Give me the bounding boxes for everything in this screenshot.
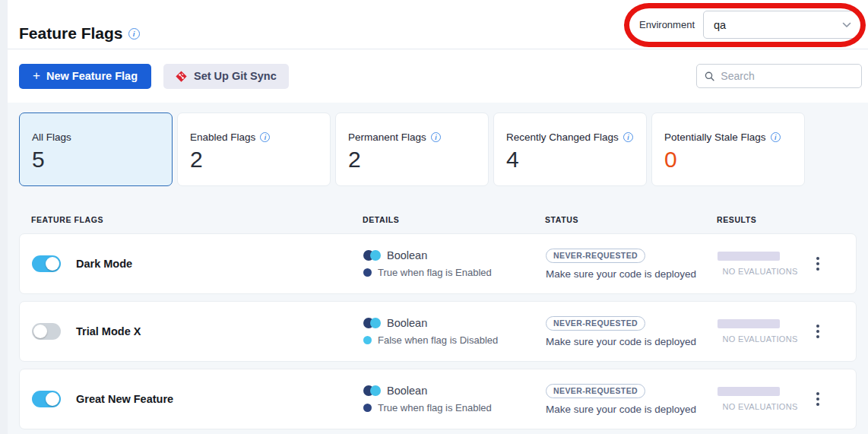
flag-cell: Great New Feature <box>32 391 363 407</box>
default-value-label: False when flag is Disabled <box>378 334 498 346</box>
stat-label: Recently Changed Flags i <box>506 131 634 143</box>
kebab-menu-icon[interactable] <box>813 322 822 341</box>
stat-value: 2 <box>190 147 318 173</box>
status-text: Make sure your code is deployed <box>546 404 696 415</box>
evaluations-bar <box>718 252 780 261</box>
toolbar: + New Feature Flag Set Up Git Sync <box>8 49 868 103</box>
toggle-knob <box>46 392 59 406</box>
boolean-type-icon <box>363 250 380 261</box>
info-icon[interactable]: i <box>431 132 441 142</box>
results-cell: NO EVALUATIONS <box>718 252 803 276</box>
status-text: Make sure your code is deployed <box>546 336 696 347</box>
stat-card-all-flags[interactable]: All Flags 5 <box>19 112 173 186</box>
setup-git-sync-button[interactable]: Set Up Git Sync <box>163 64 289 89</box>
plus-icon: + <box>33 68 40 84</box>
stat-card-potentially-stale-flags[interactable]: Potentially Stale Flags i 0 <box>651 112 805 186</box>
column-header-results: RESULTS <box>717 215 802 224</box>
flag-cell: Trial Mode X <box>32 323 363 340</box>
page-title-text: Feature Flags <box>19 24 123 43</box>
column-header-details: DETAILS <box>363 215 545 224</box>
default-value-label: True when flag is Enabled <box>378 402 492 413</box>
flag-type-label: Boolean <box>387 249 427 261</box>
details-cell: Boolean True when flag is Enabled <box>363 385 546 413</box>
stat-card-permanent-flags[interactable]: Permanent Flags i 2 <box>335 112 489 186</box>
chevron-down-icon <box>842 22 851 28</box>
status-cell: NEVER-REQUESTED Make sure your code is d… <box>546 316 718 347</box>
stat-card-enabled-flags[interactable]: Enabled Flags i 2 <box>177 112 331 186</box>
search-box <box>696 64 862 88</box>
results-label: NO EVALUATIONS <box>722 267 797 276</box>
environment-select[interactable]: qa <box>703 11 861 39</box>
table-row: Dark Mode Boolean True when flag is Enab… <box>19 233 857 294</box>
status-text: Make sure your code is deployed <box>546 268 696 280</box>
new-feature-flag-button[interactable]: + New Feature Flag <box>19 64 151 89</box>
flag-toggle[interactable] <box>32 255 61 272</box>
flag-rows: Dark Mode Boolean True when flag is Enab… <box>19 233 857 429</box>
evaluations-bar <box>718 387 780 396</box>
content-area: All Flags 5 Enabled Flags i 2 Permanent … <box>8 103 868 434</box>
default-value-label: True when flag is Enabled <box>378 267 492 278</box>
details-cell: Boolean False when flag is Disabled <box>363 317 546 346</box>
info-icon[interactable]: i <box>623 132 633 142</box>
column-header-feature-flags: FEATURE FLAGS <box>31 215 363 224</box>
status-badge: NEVER-REQUESTED <box>546 384 645 398</box>
boolean-type-icon <box>363 318 380 328</box>
table-header: FEATURE FLAGS DETAILS STATUS RESULTS <box>19 186 857 233</box>
default-value-dot <box>363 336 372 344</box>
evaluations-bar <box>718 319 780 328</box>
default-value-dot <box>363 268 372 277</box>
stat-card-recently-changed-flags[interactable]: Recently Changed Flags i 4 <box>493 112 647 186</box>
flag-toggle[interactable] <box>32 391 61 407</box>
table-row: Trial Mode X Boolean False when flag is … <box>19 301 857 362</box>
environment-value: qa <box>714 19 726 31</box>
git-icon <box>176 71 187 82</box>
info-icon[interactable]: i <box>128 28 140 40</box>
toggle-knob <box>46 257 59 271</box>
boolean-type-icon <box>363 385 380 396</box>
git-sync-label: Set Up Git Sync <box>194 70 277 82</box>
stat-value: 2 <box>348 147 476 173</box>
stat-label: All Flags <box>32 131 160 143</box>
stat-label: Enabled Flags i <box>190 131 318 143</box>
search-input[interactable] <box>721 70 854 82</box>
environment-group: Environment qa <box>639 11 861 39</box>
flag-type-label: Boolean <box>387 317 427 329</box>
flag-name[interactable]: Great New Feature <box>76 393 173 405</box>
kebab-menu-icon[interactable] <box>813 389 822 409</box>
stats-row: All Flags 5 Enabled Flags i 2 Permanent … <box>19 112 857 186</box>
results-cell: NO EVALUATIONS <box>718 387 803 411</box>
stat-value: 0 <box>664 147 792 173</box>
stat-value: 5 <box>32 147 160 173</box>
results-cell: NO EVALUATIONS <box>718 319 803 344</box>
results-label: NO EVALUATIONS <box>722 334 797 344</box>
new-feature-flag-label: New Feature Flag <box>46 70 138 82</box>
kebab-menu-icon[interactable] <box>813 254 822 274</box>
status-cell: NEVER-REQUESTED Make sure your code is d… <box>546 249 718 280</box>
page-title: Feature Flags i <box>19 24 140 43</box>
status-badge: NEVER-REQUESTED <box>546 316 645 331</box>
info-icon[interactable]: i <box>771 132 781 142</box>
info-icon[interactable]: i <box>260 132 270 142</box>
toggle-knob <box>33 325 47 338</box>
search-icon <box>705 71 714 82</box>
environment-label: Environment <box>639 19 695 30</box>
flag-name[interactable]: Trial Mode X <box>76 325 141 337</box>
status-badge: NEVER-REQUESTED <box>546 249 645 263</box>
results-label: NO EVALUATIONS <box>722 402 797 411</box>
stat-label: Potentially Stale Flags i <box>664 131 792 143</box>
stat-label: Permanent Flags i <box>348 131 476 143</box>
details-cell: Boolean True when flag is Enabled <box>363 249 546 278</box>
status-cell: NEVER-REQUESTED Make sure your code is d… <box>546 384 718 415</box>
default-value-dot <box>363 404 372 412</box>
flag-toggle[interactable] <box>32 323 61 340</box>
main-panel: Feature Flags i Environment qa + New Fea… <box>8 0 868 434</box>
table-row: Great New Feature Boolean True when flag… <box>19 369 857 429</box>
column-header-status: STATUS <box>545 215 717 224</box>
stat-value: 4 <box>506 147 634 173</box>
flag-cell: Dark Mode <box>32 255 363 272</box>
page-header: Feature Flags i Environment qa <box>8 0 868 49</box>
flag-name[interactable]: Dark Mode <box>76 258 132 270</box>
flag-type-label: Boolean <box>387 385 427 397</box>
